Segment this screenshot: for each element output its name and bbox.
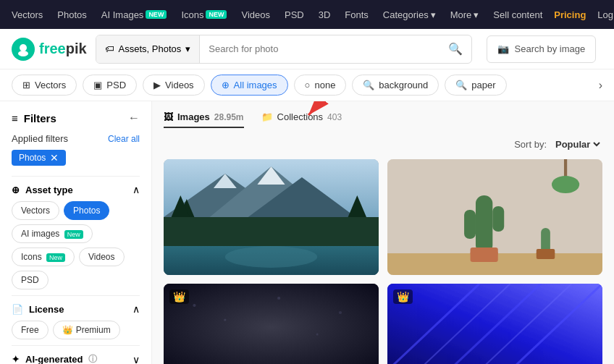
nav-photos[interactable]: Photos (57, 9, 86, 20)
more-chevron-icon: ▾ (474, 9, 479, 20)
nav-ai-images[interactable]: AI Images NEW (101, 9, 167, 20)
filter-tab-all-images[interactable]: ⊕ All images (211, 75, 288, 96)
applied-filters-section: Applied filters Clear all (12, 133, 140, 144)
license-title: 📄 License (12, 304, 64, 315)
image-grid: 👑 (164, 159, 602, 364)
dark-image-premium-badge: 👑 (169, 289, 189, 304)
svg-rect-28 (164, 284, 379, 364)
filter-tab-background[interactable]: 🔍 background (352, 75, 439, 96)
psd-asset-btn[interactable]: PSD (12, 271, 49, 289)
sidebar-collapse-button[interactable]: ← (128, 111, 140, 124)
crown-icon: 👑 (62, 325, 73, 335)
nav-fonts[interactable]: Fonts (345, 9, 369, 20)
images-tab-icon: 🖼 (164, 111, 173, 122)
none-tab-icon: ○ (305, 80, 311, 90)
logo[interactable]: freepik (12, 38, 87, 61)
filter-tab-paper[interactable]: 🔍 paper (445, 75, 506, 96)
vectors-tab-icon: ⊞ (22, 80, 30, 90)
svg-point-1 (18, 51, 28, 56)
mountain-image (164, 159, 379, 275)
visual-search-button[interactable]: 📷 Search by image (487, 35, 597, 63)
license-section-header[interactable]: 📄 License ∧ (12, 295, 140, 321)
asset-type-section-header[interactable]: ⊕ Asset type ∧ (12, 176, 140, 201)
paper-tab-icon: 🔍 (455, 80, 467, 90)
search-type-dropdown[interactable]: 🏷 Assets, Photos ▾ (96, 35, 201, 63)
ai-collapse-icon: ∨ (133, 354, 140, 365)
filter-tab-psd[interactable]: ▣ PSD (83, 75, 137, 96)
free-license-btn[interactable]: Free (12, 321, 49, 339)
svg-rect-16 (387, 159, 602, 253)
filter-tabs-next-button[interactable]: › (599, 79, 602, 92)
visual-search-label: Search by image (515, 43, 586, 54)
logo-icon (12, 38, 35, 61)
nav-categories[interactable]: Categories ▾ (383, 9, 436, 20)
clear-all-button[interactable]: Clear all (108, 134, 140, 144)
collections-tab[interactable]: 📁 Collections 403 (261, 111, 342, 128)
svg-point-33 (339, 311, 342, 314)
svg-point-31 (277, 297, 280, 300)
svg-point-27 (552, 176, 579, 193)
ai-images-badge: NEW (146, 10, 167, 19)
ai-generated-title: ✦ AI-generated ⓘ (12, 353, 97, 364)
asset-type-title: ⊕ Asset type (12, 185, 73, 195)
image-card-dark[interactable]: 👑 (164, 284, 379, 364)
search-submit-button[interactable]: 🔍 (440, 42, 471, 56)
pricing-link[interactable]: Pricing (554, 9, 586, 20)
license-buttons: Free 👑 Premium (12, 321, 140, 339)
blue-image-premium-badge: 👑 (393, 289, 413, 304)
filter-tab-vectors[interactable]: ⊞ Vectors (12, 75, 77, 96)
nav-psd[interactable]: PSD (285, 9, 304, 20)
license-icon: 📄 (12, 304, 23, 315)
sort-select[interactable]: Popular (552, 138, 602, 151)
videos-asset-btn[interactable]: Videos (79, 247, 124, 266)
nav-vectors[interactable]: Vectors (12, 9, 43, 20)
sidebar-header: ≡ Filters ← (12, 111, 140, 124)
nav-videos[interactable]: Videos (241, 9, 270, 20)
remove-chip-button[interactable]: ✕ (50, 152, 59, 164)
blue-image (387, 284, 602, 364)
image-card-mountain[interactable] (164, 159, 379, 275)
main-layout: ≡ Filters ← Applied filters Clear all Ph… (0, 101, 614, 364)
login-button[interactable]: Log in (597, 9, 614, 20)
premium-license-btn[interactable]: 👑 Premium (53, 321, 120, 339)
svg-rect-19 (464, 210, 476, 239)
nav-3d[interactable]: 3D (319, 9, 331, 20)
collections-tab-icon: 📁 (261, 111, 273, 122)
svg-point-14 (225, 246, 317, 268)
top-navigation: Vectors Photos AI Images NEW Icons NEW V… (0, 0, 614, 29)
ai-images-asset-btn[interactable]: AI images New (12, 224, 93, 243)
icons-new-badge: New (46, 253, 65, 262)
svg-point-32 (316, 334, 319, 336)
camera-icon: 📷 (497, 43, 509, 54)
image-card-cactus[interactable] (387, 159, 602, 275)
ai-images-new-badge: New (64, 230, 83, 239)
svg-rect-9 (164, 217, 379, 246)
videos-tab-icon: ▶ (154, 80, 161, 90)
svg-point-29 (193, 304, 195, 307)
nav-icons[interactable]: Icons NEW (181, 9, 227, 20)
ai-icon: ✦ (12, 354, 20, 364)
filter-tab-videos[interactable]: ▶ Videos (143, 75, 205, 96)
background-tab-icon: 🔍 (363, 80, 374, 90)
images-tab[interactable]: 🖼 Images 28.95m (164, 111, 244, 128)
vectors-asset-btn[interactable]: Vectors (12, 201, 59, 220)
license-collapse-icon: ∧ (133, 303, 140, 315)
content-tabs-container: 🖼 Images 28.95m 📁 Collections 403 (164, 111, 602, 128)
search-input[interactable] (200, 43, 439, 54)
sort-bar: Sort by: Popular (164, 138, 602, 151)
photos-filter-chip: Photos ✕ (12, 150, 66, 166)
filter-tabs-bar: ⊞ Vectors ▣ PSD ▶ Videos ⊕ All images ○ … (0, 69, 614, 101)
all-images-tab-icon: ⊕ (222, 80, 230, 90)
ai-generated-section-header[interactable]: ✦ AI-generated ⓘ ∨ (12, 345, 140, 364)
image-card-blue[interactable]: 👑 (387, 284, 602, 364)
asset-type-icon: ⊕ (12, 185, 20, 195)
filter-tab-none[interactable]: ○ none (294, 75, 347, 96)
svg-rect-34 (387, 284, 602, 364)
icons-asset-btn[interactable]: Icons New (12, 247, 75, 266)
nav-more[interactable]: More ▾ (450, 9, 479, 20)
search-type-chevron: ▾ (185, 43, 190, 54)
search-type-icon: 🏷 (105, 43, 114, 54)
photos-asset-btn[interactable]: Photos (64, 201, 109, 220)
filter-icon: ≡ (12, 112, 18, 124)
sell-content-link[interactable]: Sell content (493, 9, 542, 20)
